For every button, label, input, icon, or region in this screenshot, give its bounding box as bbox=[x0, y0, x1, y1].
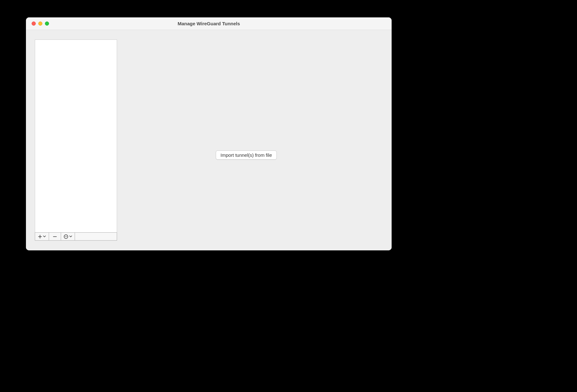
ellipsis-circle-icon bbox=[64, 234, 68, 239]
chevron-down-icon bbox=[69, 236, 72, 237]
svg-point-1 bbox=[65, 236, 65, 237]
window-title: Manage WireGuard Tunnels bbox=[26, 21, 392, 26]
sidebar-toolbar bbox=[35, 232, 117, 241]
import-tunnel-button[interactable]: Import tunnel(s) from file bbox=[216, 150, 277, 160]
chevron-down-icon bbox=[43, 236, 46, 237]
more-actions-button[interactable] bbox=[61, 233, 75, 240]
toolbar-spacer bbox=[75, 233, 117, 240]
minus-icon bbox=[53, 235, 57, 239]
maximize-button[interactable] bbox=[45, 21, 49, 26]
window-titlebar: Manage WireGuard Tunnels bbox=[26, 17, 392, 30]
tunnel-list[interactable] bbox=[35, 40, 117, 232]
svg-point-2 bbox=[66, 236, 66, 237]
minimize-button[interactable] bbox=[38, 21, 42, 26]
svg-point-3 bbox=[66, 236, 67, 237]
window-body: Import tunnel(s) from file bbox=[26, 30, 392, 250]
close-button[interactable] bbox=[32, 21, 36, 26]
remove-tunnel-button[interactable] bbox=[49, 233, 61, 240]
sidebar-panel bbox=[35, 40, 117, 241]
plus-icon bbox=[38, 235, 42, 239]
app-window: Manage WireGuard Tunnels bbox=[26, 17, 392, 250]
traffic-lights bbox=[26, 21, 49, 26]
add-tunnel-button[interactable] bbox=[35, 233, 49, 240]
